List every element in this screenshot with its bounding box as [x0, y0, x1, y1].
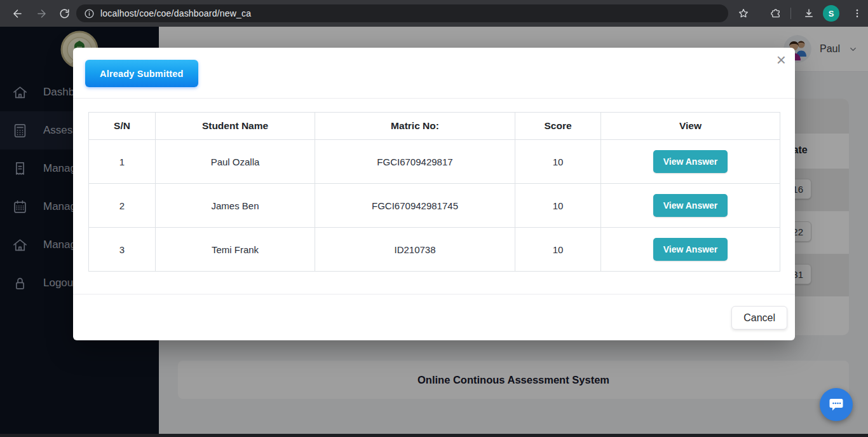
close-icon[interactable]: × — [776, 52, 786, 68]
reload-icon[interactable] — [53, 3, 75, 24]
table-row: 3 Temi Frank ID210738 10 View Answer — [89, 228, 780, 272]
cell-score: 10 — [515, 140, 601, 184]
extensions-icon[interactable] — [765, 3, 787, 24]
view-answer-button[interactable]: View Answer — [653, 238, 728, 261]
cell-matric: FGCI6709429817 — [315, 140, 515, 184]
browser-chrome: localhost/coe/coe/dashboard/new_ca S — [0, 0, 868, 27]
forward-icon[interactable] — [31, 3, 52, 24]
table-row: 1 Paul Ozalla FGCI6709429817 10 View Ans… — [89, 140, 780, 184]
cancel-button[interactable]: Cancel — [731, 306, 787, 329]
cell-sn: 1 — [89, 140, 156, 184]
col-header-score: Score — [515, 113, 601, 140]
already-submitted-modal: Already Submitted × S/N Student Name Mat… — [73, 48, 795, 340]
already-submitted-button[interactable]: Already Submitted — [85, 60, 198, 87]
view-answer-button[interactable]: View Answer — [653, 194, 728, 217]
cell-score: 10 — [515, 184, 601, 228]
cell-view: View Answer — [601, 184, 780, 228]
cell-matric: ID210738 — [315, 228, 515, 272]
cell-view: View Answer — [601, 228, 780, 272]
col-header-matric: Matric No: — [315, 113, 515, 140]
site-info-icon[interactable] — [84, 8, 95, 19]
chat-bubble-icon — [827, 396, 845, 413]
browser-profile-avatar[interactable]: S — [823, 5, 839, 22]
download-icon[interactable] — [798, 3, 820, 24]
cell-name: Paul Ozalla — [156, 140, 315, 184]
cell-score: 10 — [515, 228, 601, 272]
cell-name: James Ben — [156, 184, 315, 228]
url-text: localhost/coe/coe/dashboard/new_ca — [100, 8, 251, 18]
bookmark-star-icon[interactable] — [733, 3, 754, 24]
back-icon[interactable] — [6, 3, 28, 24]
col-header-sn: S/N — [89, 113, 156, 140]
submitted-students-table: S/N Student Name Matric No: Score View 1… — [88, 112, 780, 272]
cell-matric: FGCI670942981745 — [315, 184, 515, 228]
table-header-row: S/N Student Name Matric No: Score View — [89, 113, 780, 140]
col-header-name: Student Name — [156, 113, 315, 140]
chat-widget-button[interactable] — [820, 388, 853, 421]
table-row: 2 James Ben FGCI670942981745 10 View Ans… — [89, 184, 780, 228]
toolbar-divider — [790, 8, 791, 19]
modal-header: Already Submitted × — [73, 48, 795, 99]
menu-kebab-icon[interactable] — [846, 3, 868, 24]
cell-sn: 2 — [89, 184, 156, 228]
modal-footer: Cancel — [73, 294, 795, 340]
address-bar[interactable]: localhost/coe/coe/dashboard/new_ca — [76, 4, 728, 22]
view-answer-button[interactable]: View Answer — [653, 150, 728, 173]
cell-sn: 3 — [89, 228, 156, 272]
col-header-view: View — [601, 113, 780, 140]
cell-view: View Answer — [601, 140, 780, 184]
cell-name: Temi Frank — [156, 228, 315, 272]
